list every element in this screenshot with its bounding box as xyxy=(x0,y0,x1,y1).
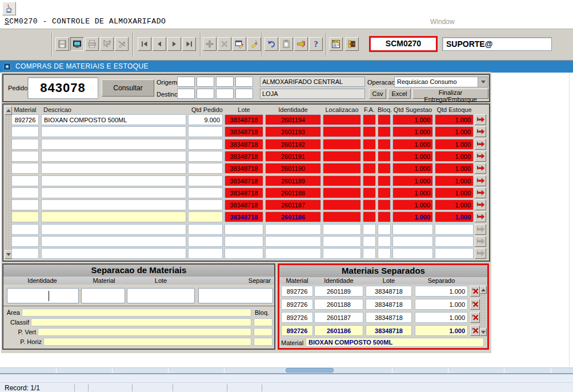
grid-cell-fa[interactable] xyxy=(363,126,376,137)
grid-cell-fa[interactable] xyxy=(363,114,376,125)
operacao-select[interactable]: Requisicao Consumo xyxy=(394,77,488,87)
grid-cell-material[interactable] xyxy=(11,187,39,198)
menu-window[interactable]: Window xyxy=(430,18,455,26)
delete-record-button[interactable] xyxy=(218,37,231,51)
grid-cell-qtd-pedido[interactable] xyxy=(188,224,223,235)
grid-cell-lote[interactable]: 38348718 xyxy=(225,199,263,210)
grid-cell-qtd-estoque[interactable]: 1.000 xyxy=(435,187,474,198)
transfer-row-button[interactable] xyxy=(475,187,486,198)
grid-cell-descricao[interactable] xyxy=(41,199,186,210)
phoriz-bloq-field[interactable] xyxy=(254,338,273,346)
grid-cell-qtd-estoque[interactable] xyxy=(435,224,474,235)
separados-vertical-scrollbar[interactable] xyxy=(480,294,487,328)
grid-cell-material[interactable]: 892726 xyxy=(11,114,39,125)
separados-cell-separado[interactable]: 1.000 xyxy=(415,286,468,297)
excel-button[interactable]: Excel xyxy=(388,89,411,99)
grid-cell-qtd-sugestao[interactable]: 1.000 xyxy=(392,126,433,137)
exit-button[interactable] xyxy=(345,37,359,51)
separados-cell-identidade[interactable]: 2601186 xyxy=(314,325,363,336)
edit-button[interactable] xyxy=(115,37,129,51)
grid-cell-bloq[interactable] xyxy=(378,248,391,259)
grid-cell-identidade[interactable] xyxy=(265,236,321,247)
grid-cell-identidade[interactable] xyxy=(265,248,321,259)
grid-cell-qtd-pedido[interactable] xyxy=(188,151,223,162)
separacao-material-input[interactable] xyxy=(81,288,125,303)
grid-cell-lote[interactable]: 38348718 xyxy=(225,114,263,125)
grid-cell-identidade[interactable]: 2601187 xyxy=(265,199,321,210)
destino-seg-1[interactable] xyxy=(177,89,195,99)
grid-cell-qtd-pedido[interactable] xyxy=(188,248,223,259)
paste-button[interactable] xyxy=(279,37,293,51)
transfer-row-button[interactable] xyxy=(475,211,486,222)
grid-cell-material[interactable] xyxy=(11,224,39,235)
separacao-identidade-input[interactable] xyxy=(7,288,79,303)
context-help-button[interactable]: ? xyxy=(100,37,114,51)
grid-cell-qtd-pedido[interactable] xyxy=(188,199,223,210)
insert-record-button[interactable] xyxy=(203,37,217,51)
print-button[interactable] xyxy=(85,37,99,51)
destino-seg-3[interactable] xyxy=(216,89,234,99)
grid-cell-localizacao[interactable] xyxy=(323,224,361,235)
separados-cell-material[interactable]: 892726 xyxy=(281,286,313,297)
grid-cell-bloq[interactable] xyxy=(378,199,391,210)
grid-cell-localizacao[interactable] xyxy=(323,163,361,174)
destino-name-field[interactable]: LOJA xyxy=(260,89,365,99)
csv-button[interactable]: Csv xyxy=(369,89,386,99)
enter-query-button[interactable] xyxy=(233,37,246,51)
grid-cell-identidade[interactable]: 2601194 xyxy=(265,114,321,125)
grid-cell-identidade[interactable]: 2601189 xyxy=(265,175,321,186)
grid-cell-fa[interactable] xyxy=(363,224,376,235)
pvert-bloq-field[interactable] xyxy=(254,328,273,336)
grid-cell-descricao[interactable] xyxy=(41,211,186,222)
grid-cell-material[interactable] xyxy=(11,163,39,174)
transfer-row-button[interactable] xyxy=(475,175,486,186)
operacao-dropdown-button[interactable] xyxy=(478,77,488,87)
screen-button[interactable] xyxy=(70,37,84,51)
grid-cell-descricao[interactable] xyxy=(41,224,186,235)
grid-cell-localizacao[interactable] xyxy=(323,199,361,210)
classif-bloq-field[interactable] xyxy=(254,318,273,326)
grid-cell-bloq[interactable] xyxy=(378,187,391,198)
finalizar-entrega-button[interactable]: Finalizar Entrega/Embarque xyxy=(412,89,488,99)
grid-cell-descricao[interactable] xyxy=(41,163,186,174)
grid-cell-qtd-sugestao[interactable] xyxy=(392,224,433,235)
grid-cell-bloq[interactable] xyxy=(378,114,391,125)
origem-seg-2[interactable] xyxy=(197,77,214,87)
execute-query-button[interactable] xyxy=(247,37,261,51)
grid-cell-identidade[interactable]: 2601192 xyxy=(265,139,321,150)
grid-cell-lote[interactable]: 38348718 xyxy=(225,126,263,137)
grid-cell-localizacao[interactable] xyxy=(323,248,361,259)
grid-cell-identidade[interactable]: 2601186 xyxy=(265,211,321,222)
previous-record-button[interactable] xyxy=(153,37,166,51)
grid-cell-material[interactable] xyxy=(11,151,39,162)
grid-cell-descricao[interactable]: BIOXAN COMPOSTO 500ML xyxy=(41,114,186,125)
grid-cell-identidade[interactable]: 2601191 xyxy=(265,151,321,162)
origem-name-field[interactable]: ALMOXARIFADO CENTRAL xyxy=(260,77,365,87)
grid-cell-qtd-pedido[interactable] xyxy=(188,187,223,198)
user-field[interactable]: SUPORTE@ xyxy=(442,37,552,51)
grid-cell-qtd-pedido[interactable] xyxy=(188,126,223,137)
grid-cell-qtd-estoque[interactable] xyxy=(435,236,474,247)
grid-cell-lote[interactable]: 38348718 xyxy=(225,163,263,174)
grid-cell-qtd-pedido[interactable] xyxy=(188,175,223,186)
grid-cell-lote[interactable]: 38348718 xyxy=(225,187,263,198)
grid-cell-lote[interactable] xyxy=(225,248,263,259)
separados-cell-separado[interactable]: 1.000 xyxy=(415,299,468,310)
grid-cell-lote[interactable]: 38348718 xyxy=(225,151,263,162)
pedido-input[interactable]: 843078 xyxy=(27,77,98,99)
grid-cell-descricao[interactable] xyxy=(41,139,186,150)
first-record-button[interactable] xyxy=(138,37,151,51)
origem-seg-1[interactable] xyxy=(177,77,195,87)
origem-seg-4[interactable] xyxy=(235,77,253,87)
destino-seg-2[interactable] xyxy=(197,89,214,99)
menu-button[interactable]: Menu xyxy=(329,37,343,51)
grid-cell-qtd-estoque[interactable]: 1.000 xyxy=(435,114,474,125)
grid-cell-lote[interactable]: 38348718 xyxy=(225,175,263,186)
grid-cell-qtd-sugestao[interactable]: 1.000 xyxy=(392,163,433,174)
grid-cell-descricao[interactable] xyxy=(41,248,186,259)
grid-cell-material[interactable] xyxy=(11,139,39,150)
separados-cell-identidade[interactable]: 2601187 xyxy=(314,312,363,323)
java-applet-icon[interactable] xyxy=(2,2,16,15)
grid-cell-qtd-estoque[interactable]: 1.000 xyxy=(435,126,474,137)
help-button[interactable]: ? xyxy=(309,37,323,51)
